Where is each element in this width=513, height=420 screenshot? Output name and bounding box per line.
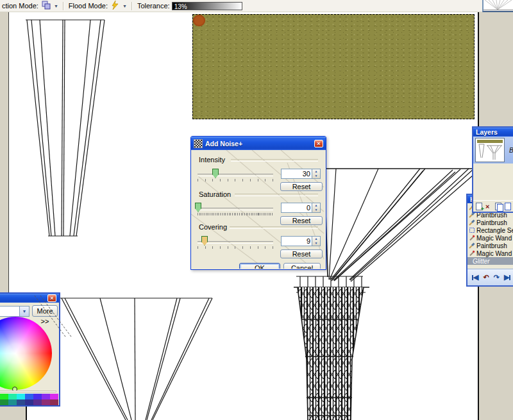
tolerance-label: Tolerance: [137,2,170,10]
lightning-bolt-icon[interactable] [111,1,119,11]
intensity-value-box[interactable]: 30 ▲▼ [281,169,321,179]
layer-properties-button[interactable] [505,203,512,210]
palette-swatch[interactable] [0,399,8,405]
intensity-value: 30 [282,169,312,178]
spin-up-icon[interactable]: ▲ [312,169,320,174]
flood-mode-label: Flood Mode: [69,2,108,10]
palette-swatch[interactable] [25,394,33,399]
palette-swatch[interactable] [42,394,50,399]
intensity-reset-button[interactable]: Reset [280,182,323,191]
color-target-combobox[interactable]: ▼ [0,306,29,317]
group-separator [235,194,318,196]
add-layer-button[interactable]: + [476,203,483,210]
palette-row [0,394,59,399]
palette-row [0,399,59,405]
rewind-button[interactable]: ◀ [472,273,478,281]
layer-thumbnail [475,138,505,162]
spin-up-icon[interactable]: ▲ [312,237,320,241]
layer-name: Background [509,146,513,154]
palette-swatch[interactable] [8,399,17,405]
palette-swatch[interactable] [25,399,33,405]
close-icon[interactable]: × [47,294,56,302]
saturation-value: 0 [282,203,312,212]
close-icon[interactable]: × [314,140,323,147]
history-item-label: Paintbrush [476,242,507,249]
toolbar-separator [131,2,133,10]
colors-panel: × ▼ More >> [0,292,60,407]
layers-title: Layers [476,128,498,136]
palette-swatch[interactable] [8,394,17,399]
floating-window-fragment [482,0,513,12]
more-button[interactable]: More >> [32,305,58,317]
flood-mode-dropdown[interactable]: ▼ [122,4,127,8]
covering-spinner[interactable]: ▲▼ [312,237,320,246]
history-item-label: Glitter [473,258,490,265]
duplicate-layer-button[interactable] [495,203,502,210]
delete-layer-button[interactable]: × [485,203,492,210]
toolbar-separator [63,2,64,10]
selection-mode-label: ction Mode: [2,2,38,10]
history-item[interactable]: Glitter [467,257,513,265]
palette-swatch[interactable] [33,394,42,399]
history-item-label: Rectangle Select [476,227,513,234]
spin-down-icon[interactable]: ▼ [312,241,320,246]
palette-swatch[interactable] [50,394,58,399]
intensity-spinner[interactable]: ▲▼ [312,169,320,178]
cancel-button[interactable]: Cancel [283,263,321,269]
color-wheel[interactable] [0,317,52,390]
history-item[interactable]: Rectangle Select [467,226,513,234]
saturation-spinner[interactable]: ▲▼ [312,203,320,212]
undo-button[interactable]: ↶ [483,273,489,281]
layers-toolbar: + × [473,200,513,212]
palette-swatch[interactable] [0,394,8,399]
layers-title-bar[interactable]: Layers [473,128,513,137]
tolerance-slider[interactable]: 13% [172,2,242,10]
spin-down-icon[interactable]: ▼ [312,174,320,178]
app-window: { "toolbar": { "selection_mode_label": "… [0,0,513,420]
palette-swatch[interactable] [17,399,25,405]
history-item[interactable]: Paintbrush [467,242,513,249]
history-item[interactable]: Magic Wand [467,234,513,242]
palette-swatch[interactable] [42,399,50,405]
redo-button[interactable]: ↷ [494,273,500,281]
rewind-icon: ◀ [473,273,478,281]
selection-mode-icon[interactable] [42,1,51,11]
redo-icon: ↷ [494,273,500,281]
colors-title-bar[interactable]: × [0,294,59,303]
magic-wand-icon [469,235,475,241]
palette-swatch[interactable] [17,394,25,399]
history-item[interactable]: Paintbrush [467,219,513,226]
layers-panel: Layers Background + × [472,126,513,213]
saturation-slider-track[interactable] [198,208,273,210]
ok-button[interactable]: OK [239,263,280,269]
fast-forward-button[interactable]: ▶ [504,273,510,281]
add-noise-dialog: Add Noise+ × Intensity 30 ▲▼ Reset Satur… [190,136,326,270]
group-separator [230,226,318,229]
history-item[interactable]: Magic Wand [467,249,513,257]
tool-options-bar: ction Mode: ▼ Flood Mode: ▼ Tolerance: 1… [0,0,513,12]
intensity-slider-track[interactable] [198,174,273,176]
palette-swatch[interactable] [33,399,42,405]
covering-value-box[interactable]: 9 ▲▼ [281,236,321,246]
noise-icon [194,139,203,148]
dialog-title-bar[interactable]: Add Noise+ × [191,137,326,150]
group-separator [231,159,318,162]
covering-reset-button[interactable]: Reset [280,249,323,258]
spin-down-icon[interactable]: ▼ [312,208,320,212]
covering-label: Covering [199,223,227,231]
magic-wand-icon [469,250,475,256]
layer-row-background[interactable]: Background [473,137,513,164]
undo-icon: ↶ [483,273,489,281]
fast-forward-icon: ▶ [504,273,509,281]
chevron-down-icon[interactable]: ▼ [19,307,29,316]
saturation-value-box[interactable]: 0 ▲▼ [281,203,321,213]
spin-up-icon[interactable]: ▲ [312,203,320,208]
history-item-label: Magic Wand [476,235,512,242]
cone-thumbnail [484,0,513,11]
palette-swatch[interactable] [50,399,58,405]
covering-slider-track[interactable] [198,241,273,244]
intensity-ticks [198,179,273,181]
selection-mode-dropdown[interactable]: ▼ [54,4,58,8]
saturation-reset-button[interactable]: Reset [280,216,323,225]
paintbrush-icon [469,242,475,249]
